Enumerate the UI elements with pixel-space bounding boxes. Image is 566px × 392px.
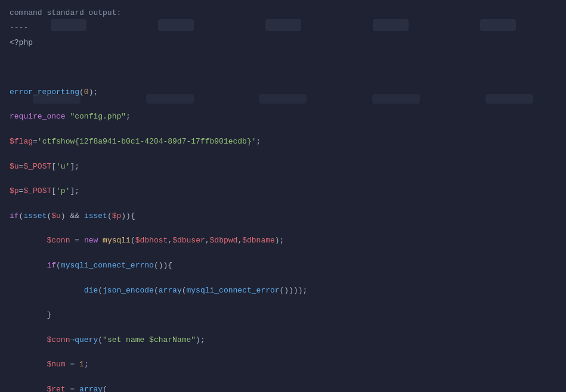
code-line-8: if(mysqli_connect_errno()){	[10, 260, 556, 272]
code-line-2: require_once "config.php";	[10, 111, 556, 123]
separator: ----	[10, 22, 556, 35]
code-line-blank	[10, 61, 556, 74]
code-line-3: $flag='ctfshow{12f8a941-b0c1-4204-89d7-1…	[10, 136, 556, 148]
code-output-container: command standard output: ---- <?php erro…	[0, 0, 566, 392]
code-line-9: die(json_encode(array(mysqli_connect_err…	[10, 285, 556, 297]
code-line-12: $num = 1;	[10, 359, 556, 371]
code-line-1: error_reporting(0);	[10, 86, 556, 99]
code-line-4: $u=$_POST['u'];	[10, 161, 556, 173]
code-line-10: }	[10, 309, 556, 322]
code-content: error_reporting(0); require_once "config…	[10, 49, 556, 392]
code-line-6: if(isset($u) && isset($p)){	[10, 210, 556, 223]
code-line-5: $p=$_POST['p'];	[10, 185, 556, 198]
php-open-tag: <?php	[10, 37, 556, 49]
code-line-11: $conn→query("set name $charName");	[10, 334, 556, 347]
code-line-13: $ret = array(	[10, 384, 556, 392]
output-header: command standard output: ---- <?php	[10, 7, 556, 49]
header-title: command standard output:	[10, 7, 556, 20]
code-line-7: $conn = new mysqli($dbhost,$dbuser,$dbpw…	[10, 235, 556, 247]
